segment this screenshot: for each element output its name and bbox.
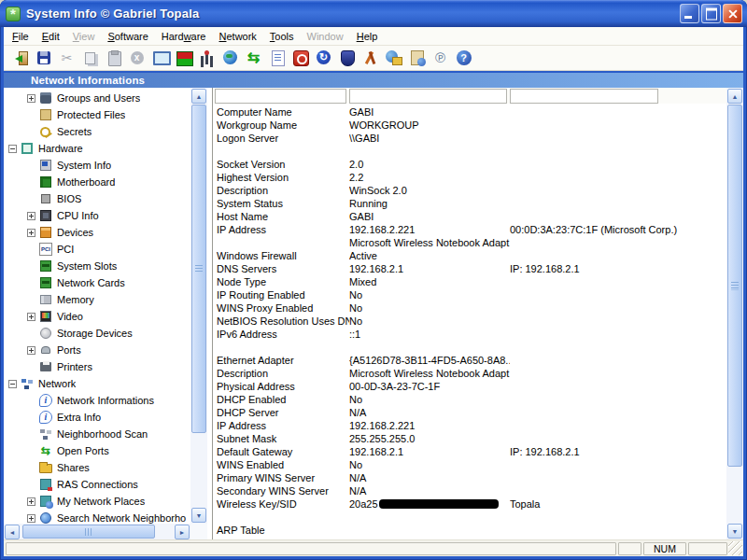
menu-software[interactable]: Software — [101, 29, 154, 44]
table-row-dns-servers[interactable]: DNS Servers192.168.2.1IP: 192.168.2.1 — [213, 262, 726, 275]
expand-icon[interactable] — [27, 313, 35, 321]
tree-item-hardware[interactable]: Hardware — [4, 140, 190, 157]
menu-network[interactable]: Network — [213, 29, 263, 44]
tree-item-bios[interactable]: BIOS — [4, 190, 190, 207]
scroll-left-icon[interactable] — [5, 525, 20, 539]
tree-item-search-network-neighborho[interactable]: Search Network Neighborho — [4, 510, 190, 524]
stop-badge-icon[interactable] — [291, 49, 310, 67]
expand-icon[interactable] — [27, 94, 35, 103]
tree-item-network-informations[interactable]: Network Informations — [4, 392, 190, 409]
table-row-windows-firewall[interactable]: Windows FirewallActive — [213, 249, 726, 262]
tree-item-open-ports[interactable]: Open Ports — [4, 442, 190, 459]
tree-item-devices[interactable]: Devices — [4, 224, 190, 241]
minimize-button[interactable] — [680, 4, 699, 23]
main-scrollbar-thumb[interactable] — [727, 105, 742, 467]
tree-item-ras-connections[interactable]: RAS Connections — [4, 476, 190, 493]
table-row-dhcp-server[interactable]: DHCP ServerN/A — [213, 406, 726, 419]
table-row-system-status[interactable]: System StatusRunning — [213, 197, 726, 210]
menu-tools[interactable]: Tools — [263, 29, 301, 44]
menu-help[interactable]: Help — [350, 29, 385, 44]
menu-window[interactable]: Window — [301, 29, 350, 44]
tree-item-system-info[interactable]: System Info — [4, 157, 190, 174]
collapse-icon[interactable] — [8, 145, 17, 153]
table-row-subnet-mask[interactable]: Subnet Mask255.255.255.0 — [213, 432, 726, 445]
menu-hardware[interactable]: Hardware — [155, 29, 213, 44]
copy-icon[interactable] — [81, 49, 100, 67]
tree-item-system-slots[interactable]: System Slots — [4, 258, 190, 274]
table-row-arp-table[interactable]: ARP Table — [213, 524, 726, 537]
table-row-host-name[interactable]: Host NameGABI — [213, 210, 726, 223]
refresh-icon[interactable] — [315, 49, 333, 67]
table-row-workgroup-name[interactable]: Workgroup NameWORKGROUP — [213, 119, 726, 132]
table-row-primary-wins-server[interactable]: Primary WINS ServerN/A — [213, 471, 726, 484]
table-row-ethernet-adapter[interactable]: Ethernet Adapter{A5126D78-3B11-4FD5-A650… — [213, 354, 726, 367]
tree-horizontal-scrollbar[interactable] — [4, 524, 207, 539]
clipboard-globe-icon[interactable] — [408, 49, 427, 67]
tree-item-extra-info[interactable]: Extra Info — [4, 409, 190, 426]
tree-item-shares[interactable]: Shares — [4, 459, 190, 476]
tree-item-motherboard[interactable]: Motherboard — [4, 174, 190, 190]
scroll-up-icon[interactable] — [191, 89, 206, 104]
column-header-1[interactable] — [215, 89, 346, 104]
table-row-wins-enabled[interactable]: WINS EnabledNo — [213, 458, 726, 471]
expand-icon[interactable] — [27, 212, 35, 220]
tree-item-my-network-places[interactable]: My Network Places — [4, 493, 190, 510]
tree-item-pci[interactable]: PCI — [4, 241, 190, 258]
help-icon[interactable] — [455, 49, 473, 67]
table-row-ip-routing-enabled[interactable]: IP Routing EnabledNo — [213, 288, 726, 301]
table-row[interactable] — [213, 511, 726, 524]
shield-icon[interactable] — [338, 49, 357, 67]
table-row-default-gateway[interactable]: Default Gateway192.168.2.1IP: 192.168.2.… — [213, 445, 726, 458]
expand-icon[interactable] — [27, 497, 35, 506]
scroll-down-icon[interactable] — [191, 508, 206, 523]
table-row-physical-address[interactable]: Physical Address00-0D-3A-23-7C-1F — [213, 380, 726, 393]
table-row[interactable] — [213, 145, 726, 158]
tree-item-ports[interactable]: Ports — [4, 342, 190, 358]
scroll-right-icon[interactable] — [175, 525, 190, 539]
table-row-socket-version[interactable]: Socket Version2.0 — [213, 158, 726, 171]
expand-icon[interactable] — [27, 229, 35, 237]
table-row-wireless-key-sid[interactable]: Wireless Key/SID20a25Topala — [213, 497, 726, 511]
column-header-3[interactable] — [510, 89, 658, 104]
web-globe-folder-icon[interactable] — [385, 49, 403, 67]
title-bar[interactable]: * System Info © Gabriel Topala — [0, 0, 747, 27]
tree-hscrollbar-track[interactable] — [21, 524, 174, 539]
currency-p-icon[interactable] — [431, 49, 450, 67]
cut-icon[interactable] — [58, 49, 77, 67]
table-row-secondary-wins-server[interactable]: Secondary WINS ServerN/A — [213, 484, 726, 497]
tree-scrollbar-thumb[interactable] — [191, 105, 206, 433]
table-row[interactable] — [213, 341, 726, 354]
table-row[interactable]: Microsoft Wireless Notebook Adapt... — [213, 236, 726, 249]
table-row-node-type[interactable]: Node TypeMixed — [213, 275, 726, 288]
table-row-computer-name[interactable]: Computer NameGABI — [213, 105, 726, 119]
table-row-ipv6-address[interactable]: IPv6 Address::1 — [213, 328, 726, 341]
tree-item-cpu-info[interactable]: CPU Info — [4, 207, 190, 224]
tree-item-storage-devices[interactable]: Storage Devices — [4, 325, 190, 342]
tree-item-protected-files[interactable]: Protected Files — [4, 106, 190, 123]
tree-item-network-cards[interactable]: Network Cards — [4, 274, 190, 291]
tree-vertical-scrollbar[interactable] — [190, 88, 207, 524]
resize-grip-icon[interactable] — [728, 541, 742, 555]
table-row-wins-proxy-enabled[interactable]: WINS Proxy EnabledNo — [213, 301, 726, 315]
report-document-icon[interactable] — [268, 49, 287, 67]
globe-icon[interactable] — [221, 49, 240, 67]
table-row-logon-server[interactable]: Logon Server\\GABI — [213, 132, 726, 145]
table-row-highest-version[interactable]: Highest Version2.2 — [213, 171, 726, 184]
table-row-description[interactable]: DescriptionWinSock 2.0 — [213, 184, 726, 197]
paste-icon[interactable] — [105, 49, 123, 67]
rocket-icon[interactable] — [198, 49, 217, 67]
expand-icon[interactable] — [27, 346, 35, 355]
scroll-down-icon[interactable] — [727, 524, 742, 539]
save-icon[interactable] — [35, 49, 53, 67]
expand-icon[interactable] — [27, 514, 35, 523]
collapse-icon[interactable] — [8, 380, 17, 388]
tree-item-memory[interactable]: Memory — [4, 291, 190, 308]
table-row-netbios-resolution-uses-dns[interactable]: NetBIOS Resolution Uses DNSNo — [213, 315, 726, 328]
menu-file[interactable]: File — [6, 29, 35, 44]
main-vertical-scrollbar[interactable] — [726, 88, 743, 539]
table-row-description[interactable]: DescriptionMicrosoft Wireless Notebook A… — [213, 367, 726, 380]
main-scrollbar-track[interactable] — [726, 105, 743, 523]
tree-item-secrets[interactable]: Secrets — [4, 123, 190, 140]
menu-view[interactable]: View — [66, 29, 102, 44]
red-green-report-icon[interactable] — [175, 49, 193, 67]
